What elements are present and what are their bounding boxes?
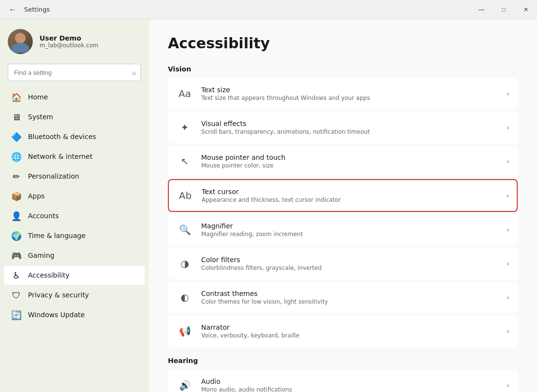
magnifier-icon: 🔍	[176, 221, 193, 238]
minimize-button[interactable]: —	[470, 0, 493, 19]
setting-desc-mouse-pointer: Mouse pointer color, size	[201, 162, 507, 169]
setting-item-color-filters[interactable]: ◑ Color filters Colorblindness filters, …	[168, 248, 518, 280]
back-button[interactable]: ←	[6, 3, 19, 16]
setting-desc-narrator: Voice, verbosity, keyboard, braille	[201, 332, 507, 339]
sidebar-item-label-bluetooth: Bluetooth & devices	[28, 133, 137, 140]
sidebar-item-label-update: Windows Update	[28, 311, 137, 319]
gaming-icon: 🎮	[12, 251, 21, 260]
sidebar-item-bluetooth[interactable]: 🔷 Bluetooth & devices	[4, 127, 145, 146]
sidebar-item-time[interactable]: 🌍 Time & language	[4, 226, 145, 245]
user-profile[interactable]: User Demo m_lab@outlook.com	[0, 19, 149, 62]
chevron-icon-narrator: ›	[507, 327, 509, 335]
chevron-icon-magnifier: ›	[507, 226, 509, 234]
settings-list-vision: Aa Text size Text size that appears thro…	[168, 78, 518, 347]
sidebar-item-update[interactable]: 🔄 Windows Update	[4, 305, 145, 324]
section-vision: Vision Aa Text size Text size that appea…	[168, 65, 518, 347]
network-icon: 🌐	[12, 152, 21, 161]
chevron-icon-audio: ›	[507, 381, 509, 389]
setting-item-text-size[interactable]: Aa Text size Text size that appears thro…	[168, 78, 518, 110]
titlebar-title: Settings	[24, 6, 50, 13]
setting-name-narrator: Narrator	[201, 323, 507, 331]
avatar	[8, 29, 33, 54]
sidebar-item-personalization[interactable]: ✏️ Personalization	[4, 167, 145, 186]
setting-desc-magnifier: Magnifier reading, zoom increment	[201, 231, 507, 238]
sidebar-item-home[interactable]: 🏠 Home	[4, 87, 145, 107]
accounts-icon: 👤	[12, 211, 21, 221]
sidebar-item-label-home: Home	[28, 93, 137, 101]
sidebar-item-label-privacy: Privacy & security	[28, 291, 137, 299]
setting-item-magnifier[interactable]: 🔍 Magnifier Magnifier reading, zoom incr…	[168, 214, 518, 246]
setting-desc-audio: Mono audio, audio notifications	[201, 386, 507, 392]
sidebar-item-gaming[interactable]: 🎮 Gaming	[4, 246, 145, 265]
text-cursor-icon: Ab	[177, 187, 194, 204]
sidebar-item-label-accessibility: Accessibility	[28, 271, 137, 279]
setting-item-mouse-pointer[interactable]: ↖ Mouse pointer and touch Mouse pointer …	[168, 145, 518, 177]
titlebar: ← Settings — □ ✕	[0, 0, 537, 19]
update-icon: 🔄	[12, 310, 21, 320]
setting-item-audio[interactable]: 🔊 Audio Mono audio, audio notifications …	[168, 369, 518, 392]
avatar-head	[15, 33, 26, 43]
setting-item-text-cursor[interactable]: Ab Text cursor Appearance and thickness,…	[168, 179, 518, 212]
time-icon: 🌍	[12, 231, 21, 240]
maximize-button[interactable]: □	[493, 0, 515, 19]
personalization-icon: ✏️	[12, 171, 21, 181]
page-title: Accessibility	[168, 35, 518, 52]
setting-name-text-cursor: Text cursor	[202, 188, 506, 196]
section-label-vision: Vision	[168, 65, 518, 73]
titlebar-left: ← Settings	[6, 3, 50, 16]
chevron-icon-visual-effects: ›	[507, 124, 509, 131]
visual-effects-icon: ✦	[176, 119, 193, 136]
setting-name-audio: Audio	[201, 378, 507, 385]
avatar-body	[12, 43, 29, 53]
sidebar-item-label-system: System	[28, 113, 137, 121]
setting-desc-text-cursor: Appearance and thickness, text cursor in…	[202, 196, 506, 203]
mouse-pointer-icon: ↖	[176, 153, 193, 170]
search-icon: ⌕	[132, 69, 136, 76]
setting-name-contrast-themes: Contrast themes	[201, 290, 507, 297]
setting-desc-color-filters: Colorblindness filters, grayscale, inver…	[201, 265, 507, 271]
contrast-themes-icon: ◐	[176, 289, 193, 306]
user-name: User Demo	[40, 34, 98, 42]
setting-item-narrator[interactable]: 📢 Narrator Voice, verbosity, keyboard, b…	[168, 315, 518, 347]
sidebar-item-apps[interactable]: 📦 Apps	[4, 186, 145, 206]
setting-item-contrast-themes[interactable]: ◐ Contrast themes Color themes for low v…	[168, 281, 518, 313]
avatar-figure	[8, 29, 33, 54]
setting-text-color-filters: Color filters Colorblindness filters, gr…	[201, 256, 507, 271]
setting-name-visual-effects: Visual effects	[201, 120, 507, 127]
setting-desc-text-size: Text size that appears throughout Window…	[201, 95, 507, 101]
chevron-icon-text-cursor: ›	[506, 192, 509, 199]
sidebar-item-label-network: Network & internet	[28, 153, 137, 160]
sidebar-item-network[interactable]: 🌐 Network & internet	[4, 147, 145, 166]
setting-text-mouse-pointer: Mouse pointer and touch Mouse pointer co…	[201, 154, 507, 169]
setting-name-color-filters: Color filters	[201, 256, 507, 264]
accessibility-icon: ♿	[12, 270, 21, 280]
chevron-icon-mouse-pointer: ›	[507, 157, 509, 165]
audio-icon: 🔊	[176, 377, 193, 392]
sidebar-item-label-personalization: Personalization	[28, 172, 137, 180]
setting-item-visual-effects[interactable]: ✦ Visual effects Scroll bars, transparen…	[168, 112, 518, 143]
narrator-icon: 📢	[176, 322, 193, 340]
sidebar-item-accessibility[interactable]: ♿ Accessibility	[4, 266, 145, 285]
sidebar-item-privacy[interactable]: 🛡 Privacy & security	[4, 285, 145, 305]
setting-desc-visual-effects: Scroll bars, transparency, animations, n…	[201, 128, 507, 135]
sidebar-item-label-accounts: Accounts	[28, 212, 137, 220]
setting-text-magnifier: Magnifier Magnifier reading, zoom increm…	[201, 222, 507, 238]
sidebar-nav: 🏠 Home 🖥 System 🔷 Bluetooth & devices 🌐 …	[0, 87, 149, 325]
titlebar-controls: — □ ✕	[470, 0, 537, 19]
setting-name-magnifier: Magnifier	[201, 222, 507, 230]
setting-name-text-size: Text size	[201, 86, 507, 94]
sidebar-item-accounts[interactable]: 👤 Accounts	[4, 206, 145, 225]
sidebar-item-system[interactable]: 🖥 System	[4, 107, 145, 126]
apps-icon: 📦	[12, 191, 21, 201]
system-icon: 🖥	[12, 112, 21, 122]
setting-name-mouse-pointer: Mouse pointer and touch	[201, 154, 507, 161]
close-button[interactable]: ✕	[515, 0, 537, 19]
setting-text-text-size: Text size Text size that appears through…	[201, 86, 507, 101]
app-body: User Demo m_lab@outlook.com ⌕ 🏠 Home 🖥 S…	[0, 19, 537, 392]
sidebar-item-label-time: Time & language	[28, 232, 137, 239]
sidebar-item-label-apps: Apps	[28, 192, 137, 200]
settings-list-hearing: 🔊 Audio Mono audio, audio notifications …	[168, 369, 518, 392]
search-input[interactable]	[8, 64, 141, 81]
search-box: ⌕	[8, 64, 141, 81]
chevron-icon-color-filters: ›	[507, 260, 509, 267]
